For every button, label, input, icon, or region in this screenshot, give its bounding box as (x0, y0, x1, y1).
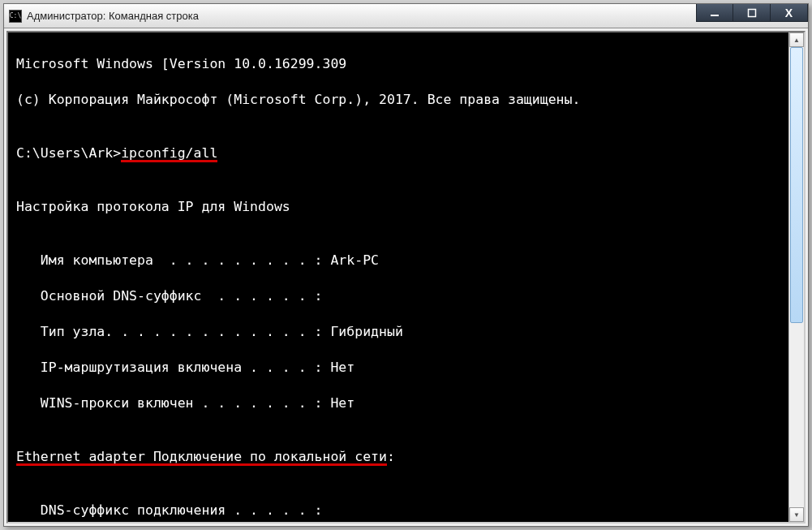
cmd-window: C:\ Администратор: Командная строка X Mi… (3, 3, 809, 527)
output-line: Основной DNS-суффикс . . . . . . : (16, 287, 784, 305)
minimize-button[interactable] (696, 4, 733, 22)
title-bar[interactable]: C:\ Администратор: Командная строка X (4, 4, 808, 28)
vertical-scrollbar[interactable]: ▲ ▼ (788, 32, 804, 522)
client-area: Microsoft Windows [Version 10.0.16299.30… (6, 31, 806, 524)
output-line: Настройка протокола IP для Windows (16, 198, 784, 216)
close-icon: X (785, 6, 793, 19)
svg-rect-1 (748, 9, 755, 16)
command-text: ipconfig/all (121, 145, 217, 161)
window-buttons: X (696, 4, 808, 22)
prompt-line: C:\Users\Ark>ipconfig/all (16, 144, 784, 162)
version-text: 10.0.16299.309 (234, 56, 346, 71)
app-icon: C:\ (9, 10, 22, 23)
output-line: Имя компьютера . . . . . . . . . : Ark-P… (16, 252, 784, 269)
terminal-output[interactable]: Microsoft Windows [Version 10.0.16299.30… (8, 32, 788, 522)
adapter-header: Ethernet adapter Подключение по локально… (16, 448, 784, 466)
output-line: DNS-суффикс подключения . . . . . : (16, 502, 784, 519)
output-line: IP-маршрутизация включена . . . . : Нет (16, 359, 784, 377)
scroll-track[interactable] (789, 47, 804, 507)
svg-rect-0 (711, 15, 719, 16)
maximize-button[interactable] (733, 4, 771, 22)
window-title: Администратор: Командная строка (27, 10, 199, 22)
maximize-icon (747, 8, 757, 18)
output-line: Microsoft Windows [Version 10.0.16299.30… (16, 55, 784, 73)
scroll-down-button[interactable]: ▼ (789, 507, 804, 522)
scroll-thumb[interactable] (790, 47, 803, 323)
scroll-up-button[interactable]: ▲ (789, 32, 804, 47)
close-button[interactable]: X (771, 4, 808, 22)
minimize-icon (710, 8, 720, 18)
output-line: WINS-прокси включен . . . . . . . : Нет (16, 394, 784, 412)
output-line: Тип узла. . . . . . . . . . . . . : Гибр… (16, 323, 784, 341)
output-line: (c) Корпорация Майкрософт (Microsoft Cor… (16, 91, 784, 109)
